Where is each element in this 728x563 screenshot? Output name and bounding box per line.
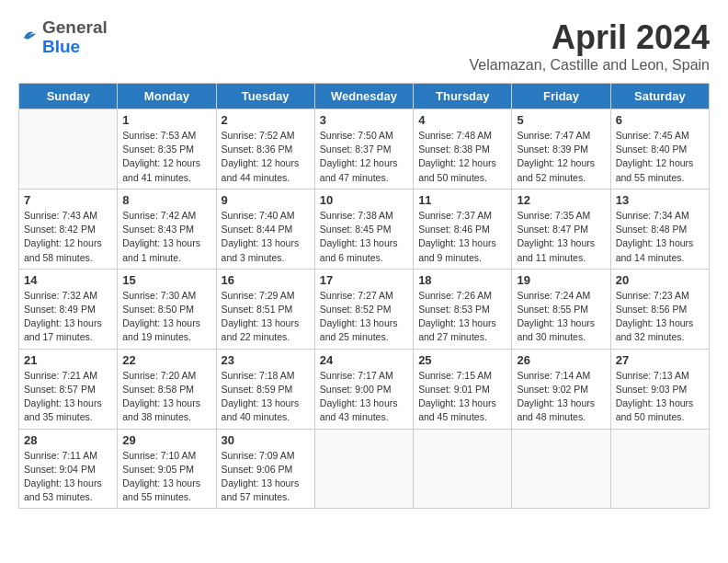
day-info: Sunrise: 7:52 AM Sunset: 8:36 PM Dayligh… bbox=[222, 129, 310, 185]
weekday-header: Tuesday bbox=[216, 84, 314, 109]
weekday-header: Monday bbox=[118, 84, 216, 109]
calendar-cell: 6Sunrise: 7:45 AM Sunset: 8:40 PM Daylig… bbox=[610, 109, 709, 190]
calendar-cell: 2Sunrise: 7:52 AM Sunset: 8:36 PM Daylig… bbox=[216, 109, 314, 190]
weekday-header: Sunday bbox=[19, 84, 118, 109]
day-number: 14 bbox=[24, 273, 112, 287]
day-info: Sunrise: 7:30 AM Sunset: 8:50 PM Dayligh… bbox=[122, 289, 210, 345]
weekday-header: Friday bbox=[512, 84, 610, 109]
header: General Blue April 2024 Velamazan, Casti… bbox=[18, 18, 710, 74]
calendar-cell bbox=[414, 429, 512, 509]
day-info: Sunrise: 7:45 AM Sunset: 8:40 PM Dayligh… bbox=[616, 129, 704, 185]
calendar-cell: 11Sunrise: 7:37 AM Sunset: 8:46 PM Dayli… bbox=[414, 189, 512, 269]
calendar-cell: 14Sunrise: 7:32 AM Sunset: 8:49 PM Dayli… bbox=[19, 269, 118, 349]
calendar-cell: 20Sunrise: 7:23 AM Sunset: 8:56 PM Dayli… bbox=[610, 269, 709, 349]
logo: General Blue bbox=[18, 18, 108, 57]
day-number: 25 bbox=[418, 353, 506, 367]
day-number: 3 bbox=[320, 113, 408, 127]
day-number: 11 bbox=[418, 193, 506, 207]
day-info: Sunrise: 7:11 AM Sunset: 9:04 PM Dayligh… bbox=[24, 449, 112, 505]
day-info: Sunrise: 7:34 AM Sunset: 8:48 PM Dayligh… bbox=[616, 209, 704, 265]
calendar-cell: 7Sunrise: 7:43 AM Sunset: 8:42 PM Daylig… bbox=[19, 189, 118, 269]
calendar-cell: 29Sunrise: 7:10 AM Sunset: 9:05 PM Dayli… bbox=[118, 429, 216, 509]
subtitle: Velamazan, Castille and Leon, Spain bbox=[469, 57, 710, 74]
day-info: Sunrise: 7:43 AM Sunset: 8:42 PM Dayligh… bbox=[24, 209, 112, 265]
title-area: April 2024 Velamazan, Castille and Leon,… bbox=[469, 18, 710, 74]
day-number: 4 bbox=[418, 113, 506, 127]
day-info: Sunrise: 7:47 AM Sunset: 8:39 PM Dayligh… bbox=[517, 129, 605, 185]
day-number: 1 bbox=[122, 113, 210, 127]
weekday-header: Thursday bbox=[414, 84, 512, 109]
day-info: Sunrise: 7:09 AM Sunset: 9:06 PM Dayligh… bbox=[222, 449, 310, 505]
day-number: 5 bbox=[517, 113, 605, 127]
logo-blue: Blue bbox=[42, 38, 80, 57]
weekday-header: Saturday bbox=[610, 84, 709, 109]
day-info: Sunrise: 7:10 AM Sunset: 9:05 PM Dayligh… bbox=[122, 449, 210, 505]
calendar-cell: 8Sunrise: 7:42 AM Sunset: 8:43 PM Daylig… bbox=[118, 189, 216, 269]
day-number: 20 bbox=[616, 273, 704, 287]
calendar-cell: 17Sunrise: 7:27 AM Sunset: 8:52 PM Dayli… bbox=[314, 269, 413, 349]
day-info: Sunrise: 7:18 AM Sunset: 8:59 PM Dayligh… bbox=[222, 369, 310, 425]
day-number: 6 bbox=[616, 113, 704, 127]
calendar-cell: 28Sunrise: 7:11 AM Sunset: 9:04 PM Dayli… bbox=[19, 429, 118, 509]
calendar-week-row: 21Sunrise: 7:21 AM Sunset: 8:57 PM Dayli… bbox=[19, 349, 710, 429]
day-number: 30 bbox=[222, 433, 310, 447]
calendar-cell: 15Sunrise: 7:30 AM Sunset: 8:50 PM Dayli… bbox=[118, 269, 216, 349]
calendar-week-row: 7Sunrise: 7:43 AM Sunset: 8:42 PM Daylig… bbox=[19, 189, 710, 269]
calendar-cell: 18Sunrise: 7:26 AM Sunset: 8:53 PM Dayli… bbox=[414, 269, 512, 349]
day-info: Sunrise: 7:17 AM Sunset: 9:00 PM Dayligh… bbox=[320, 369, 408, 425]
calendar-cell: 13Sunrise: 7:34 AM Sunset: 8:48 PM Dayli… bbox=[610, 189, 709, 269]
calendar-table: SundayMondayTuesdayWednesdayThursdayFrid… bbox=[18, 83, 710, 509]
calendar-cell: 30Sunrise: 7:09 AM Sunset: 9:06 PM Dayli… bbox=[216, 429, 314, 509]
day-number: 23 bbox=[222, 353, 310, 367]
logo-general: General bbox=[42, 18, 108, 38]
calendar-cell bbox=[314, 429, 413, 509]
calendar-week-row: 1Sunrise: 7:53 AM Sunset: 8:35 PM Daylig… bbox=[19, 109, 710, 190]
day-info: Sunrise: 7:42 AM Sunset: 8:43 PM Dayligh… bbox=[122, 209, 210, 265]
day-info: Sunrise: 7:32 AM Sunset: 8:49 PM Dayligh… bbox=[24, 289, 112, 345]
day-info: Sunrise: 7:23 AM Sunset: 8:56 PM Dayligh… bbox=[616, 289, 704, 345]
calendar-cell bbox=[610, 429, 709, 509]
day-info: Sunrise: 7:15 AM Sunset: 9:01 PM Dayligh… bbox=[418, 369, 506, 425]
calendar-cell: 19Sunrise: 7:24 AM Sunset: 8:55 PM Dayli… bbox=[512, 269, 610, 349]
day-info: Sunrise: 7:50 AM Sunset: 8:37 PM Dayligh… bbox=[320, 129, 408, 185]
calendar-cell bbox=[512, 429, 610, 509]
weekday-header: Wednesday bbox=[314, 84, 413, 109]
calendar-week-row: 28Sunrise: 7:11 AM Sunset: 9:04 PM Dayli… bbox=[19, 429, 710, 509]
calendar-cell: 3Sunrise: 7:50 AM Sunset: 8:37 PM Daylig… bbox=[314, 109, 413, 190]
day-number: 24 bbox=[320, 353, 408, 367]
calendar-cell: 23Sunrise: 7:18 AM Sunset: 8:59 PM Dayli… bbox=[216, 349, 314, 429]
calendar-header-row: SundayMondayTuesdayWednesdayThursdayFrid… bbox=[19, 84, 710, 109]
day-number: 7 bbox=[24, 193, 112, 207]
day-info: Sunrise: 7:48 AM Sunset: 8:38 PM Dayligh… bbox=[418, 129, 506, 185]
day-info: Sunrise: 7:26 AM Sunset: 8:53 PM Dayligh… bbox=[418, 289, 506, 345]
main-title: April 2024 bbox=[469, 18, 710, 57]
calendar-cell: 26Sunrise: 7:14 AM Sunset: 9:02 PM Dayli… bbox=[512, 349, 610, 429]
day-number: 2 bbox=[222, 113, 310, 127]
day-info: Sunrise: 7:21 AM Sunset: 8:57 PM Dayligh… bbox=[24, 369, 112, 425]
day-number: 9 bbox=[222, 193, 310, 207]
day-info: Sunrise: 7:13 AM Sunset: 9:03 PM Dayligh… bbox=[616, 369, 704, 425]
day-number: 18 bbox=[418, 273, 506, 287]
day-number: 13 bbox=[616, 193, 704, 207]
day-number: 29 bbox=[122, 433, 210, 447]
day-number: 21 bbox=[24, 353, 112, 367]
day-number: 16 bbox=[222, 273, 310, 287]
day-number: 19 bbox=[517, 273, 605, 287]
day-number: 27 bbox=[616, 353, 704, 367]
day-info: Sunrise: 7:24 AM Sunset: 8:55 PM Dayligh… bbox=[517, 289, 605, 345]
day-info: Sunrise: 7:29 AM Sunset: 8:51 PM Dayligh… bbox=[222, 289, 310, 345]
calendar-cell: 12Sunrise: 7:35 AM Sunset: 8:47 PM Dayli… bbox=[512, 189, 610, 269]
calendar-cell: 1Sunrise: 7:53 AM Sunset: 8:35 PM Daylig… bbox=[118, 109, 216, 190]
day-info: Sunrise: 7:38 AM Sunset: 8:45 PM Dayligh… bbox=[320, 209, 408, 265]
day-info: Sunrise: 7:20 AM Sunset: 8:58 PM Dayligh… bbox=[122, 369, 210, 425]
calendar-cell: 9Sunrise: 7:40 AM Sunset: 8:44 PM Daylig… bbox=[216, 189, 314, 269]
logo-bird-icon bbox=[18, 26, 39, 50]
calendar-cell: 27Sunrise: 7:13 AM Sunset: 9:03 PM Dayli… bbox=[610, 349, 709, 429]
day-info: Sunrise: 7:27 AM Sunset: 8:52 PM Dayligh… bbox=[320, 289, 408, 345]
calendar-cell: 21Sunrise: 7:21 AM Sunset: 8:57 PM Dayli… bbox=[19, 349, 118, 429]
day-number: 12 bbox=[517, 193, 605, 207]
calendar-week-row: 14Sunrise: 7:32 AM Sunset: 8:49 PM Dayli… bbox=[19, 269, 710, 349]
calendar-cell: 24Sunrise: 7:17 AM Sunset: 9:00 PM Dayli… bbox=[314, 349, 413, 429]
day-info: Sunrise: 7:37 AM Sunset: 8:46 PM Dayligh… bbox=[418, 209, 506, 265]
day-info: Sunrise: 7:14 AM Sunset: 9:02 PM Dayligh… bbox=[517, 369, 605, 425]
